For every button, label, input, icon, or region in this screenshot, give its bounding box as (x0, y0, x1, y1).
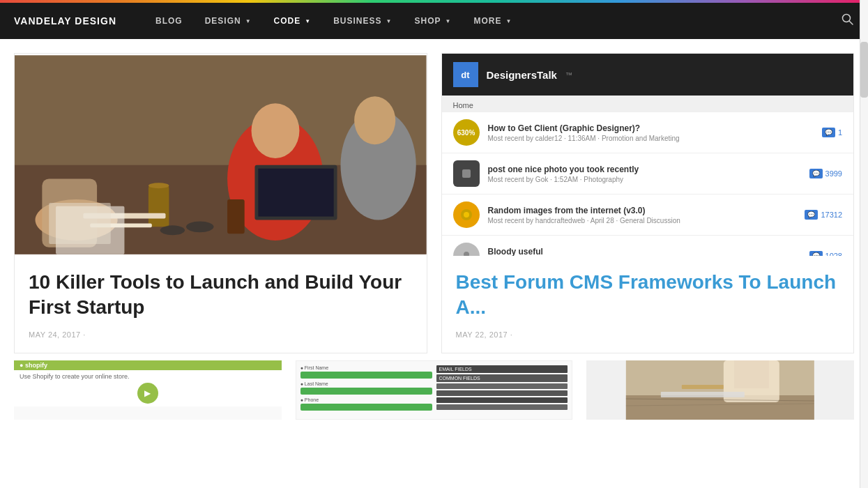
svg-point-13 (354, 96, 395, 144)
card-image-forum: dt DesignersTalk ™ Home 630% How to Get … (442, 54, 854, 256)
shopify-top-bar: ● shopify (14, 360, 282, 370)
svg-point-24 (464, 252, 469, 256)
thread-replies-1: 💬 1 (822, 128, 842, 137)
svg-rect-21 (462, 169, 471, 178)
chevron-down-icon: ▼ (386, 18, 393, 24)
craft-photo-image (586, 360, 854, 420)
svg-point-9 (252, 103, 300, 158)
main-content: 10 Killer Tools to Launch and Build Your… (0, 39, 868, 360)
site-brand[interactable]: VANDELAY DESIGN (14, 15, 116, 26)
forum-brand: DesignersTalk (487, 69, 557, 81)
search-icon[interactable] (842, 13, 854, 29)
article-title-forum[interactable]: Best Forum CMS Frameworks To Launch A... (456, 270, 840, 321)
forum-thread-1: 630% How to Get Client (Graphic Designer… (442, 112, 854, 153)
article-card-forum[interactable]: dt DesignersTalk ™ Home 630% How to Get … (441, 53, 855, 353)
svg-rect-31 (661, 392, 745, 397)
svg-point-23 (464, 212, 469, 218)
article-date-forum: MAY 22, 2017 · (456, 330, 840, 339)
thread-replies-4: 💬 1028 (809, 251, 842, 256)
svg-point-7 (149, 183, 169, 188)
thumbnail-form[interactable]: ● First Name ● Last Name ● Phone EMAIL F… (296, 360, 573, 420)
forum-logo: dt (453, 62, 478, 87)
thread-content-1: How to Get Client (Graphic Designer)? Mo… (488, 123, 814, 142)
play-icon: ▶ (137, 383, 158, 404)
card-image-startup (15, 54, 427, 256)
svg-point-14 (186, 221, 213, 232)
thread-avatar-3 (453, 201, 480, 228)
svg-rect-16 (227, 199, 245, 234)
thumbnail-shopify[interactable]: ● shopify Use Shopify to create your onl… (14, 360, 282, 420)
thread-content-2: post one nice photo you took recently Mo… (488, 165, 801, 183)
svg-rect-32 (682, 385, 724, 389)
article-card-startup[interactable]: 10 Killer Tools to Launch and Build Your… (14, 53, 427, 353)
main-nav: VANDELAY DESIGN BLOG DESIGN ▼ CODE ▼ BUS… (0, 3, 868, 39)
forum-thread-3: Random images from the internet (v3.0) M… (442, 195, 854, 236)
reply-icon: 💬 (822, 128, 835, 137)
forum-thread-2: post one nice photo you took recently Mo… (442, 153, 854, 195)
forum-threads: 630% How to Get Client (Graphic Designer… (442, 112, 854, 256)
thumbnails-row: ● shopify Use Shopify to create your onl… (0, 360, 868, 427)
nav-item-design[interactable]: DESIGN ▼ (194, 3, 263, 39)
thread-content-3: Random images from the internet (v3.0) M… (488, 206, 797, 224)
nav-item-more[interactable]: MORE ▼ (462, 3, 523, 39)
svg-rect-11 (258, 169, 333, 217)
thread-replies-3: 💬 17312 (805, 210, 842, 220)
nav-item-shop[interactable]: SHOP ▼ (403, 3, 462, 39)
article-date-startup: MAY 24, 2017 · (29, 330, 413, 339)
chevron-down-icon: ▼ (446, 18, 452, 24)
thread-avatar-4 (453, 243, 480, 256)
thread-avatar-2 (453, 160, 480, 187)
thread-content-4: Bloody useful Most recent by LeakySandwi… (488, 247, 801, 257)
forum-thread-4: Bloody useful Most recent by LeakySandwi… (442, 236, 854, 256)
svg-rect-6 (149, 185, 169, 227)
shopify-tagline: Use Shopify to create your online store. (20, 373, 276, 380)
nav-item-code[interactable]: CODE ▼ (263, 3, 323, 39)
chevron-down-icon: ▼ (305, 18, 311, 24)
article-title-startup[interactable]: 10 Killer Tools to Launch and Build Your… (29, 270, 413, 321)
thread-replies-2: 💬 3999 (809, 169, 842, 178)
thumbnail-craft[interactable] (586, 360, 854, 420)
nav-links: BLOG DESIGN ▼ CODE ▼ BUSINESS ▼ SHOP ▼ M… (144, 3, 842, 39)
reply-icon: 💬 (805, 210, 818, 220)
svg-rect-28 (734, 360, 769, 388)
form-left-col: ● First Name ● Last Name ● Phone (300, 365, 432, 415)
card-text-startup: 10 Killer Tools to Launch and Build Your… (15, 256, 427, 353)
thread-avatar-1: 630% (453, 119, 480, 146)
scrollbar-thumb[interactable] (860, 42, 868, 98)
forum-trademark: ™ (565, 71, 572, 79)
forum-screenshot: dt DesignersTalk ™ Home 630% How to Get … (442, 54, 854, 256)
reply-icon: 💬 (809, 251, 823, 256)
reply-icon: 💬 (809, 169, 823, 178)
forum-breadcrumb: Home (442, 96, 854, 112)
chevron-down-icon: ▼ (505, 18, 512, 24)
nav-item-business[interactable]: BUSINESS ▼ (322, 3, 403, 39)
svg-line-1 (849, 21, 853, 24)
team-photo-image (15, 54, 427, 256)
form-right-col: EMAIL FIELDS COMMON FIELDS (436, 365, 568, 415)
shopify-content: Use Shopify to create your online store.… (14, 370, 282, 406)
chevron-down-icon: ▼ (245, 18, 252, 24)
card-text-forum: Best Forum CMS Frameworks To Launch A...… (442, 256, 854, 353)
scrollbar[interactable] (860, 0, 868, 427)
svg-rect-20 (49, 203, 111, 244)
svg-point-15 (160, 225, 185, 235)
nav-item-blog[interactable]: BLOG (144, 3, 194, 39)
forum-header: dt DesignersTalk ™ (442, 54, 854, 96)
